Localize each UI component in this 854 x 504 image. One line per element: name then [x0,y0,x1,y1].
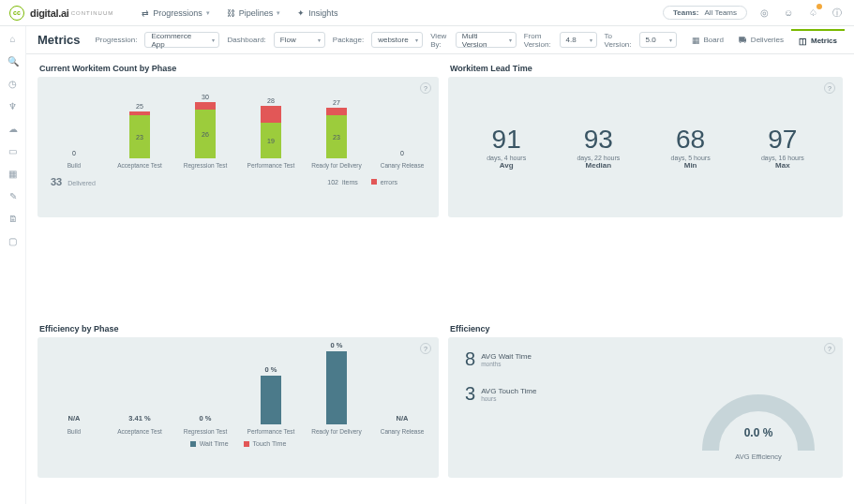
lead-sub: days, 4 hours [487,155,526,161]
lead-time-row: 91days, 4 hoursAvg93days, 22 hoursMedian… [461,94,830,200]
chevron-down-icon: ▾ [415,37,418,43]
eff-xlabel: Canary Release [381,428,425,435]
rail-grid-icon[interactable]: ▦ [7,167,20,180]
legend-errors: errors [371,179,397,185]
eff-column: N/ABuild [51,414,97,435]
bar-segment-errors [326,108,347,115]
workitem-count-block: Current Workitem Count by Phase ? 0Build… [37,64,439,217]
help-icon[interactable]: ? [824,343,835,354]
bar-stack: 23 [326,108,347,158]
tover-select[interactable]: 5.0▾ [639,32,677,48]
rail-key-icon[interactable]: ✎ [7,189,20,202]
bar-xlabel: Performance Test [247,162,295,169]
teams-value: All Teams [704,8,737,17]
info-icon[interactable]: ⓘ [830,6,845,21]
brand-name: digital.ai [30,7,69,19]
eff-xlabel: Build [67,428,81,435]
top-nav: ⇄ Progressions ▾ ⛓ Pipelines ▾ ✦ Insight… [142,8,337,18]
tab-board[interactable]: ▦ Board [684,29,731,52]
workitem-count-chart: 0Build2523Acceptance Test3026Regression … [51,90,426,169]
lead-time-title: Workitem Lead Time [450,64,843,73]
bar-column: 3026Regression Test [182,94,229,169]
nav-pipelines[interactable]: ⛓ Pipelines ▾ [227,8,281,18]
rail-doc-icon[interactable]: 🗎 [7,212,20,225]
bar-xlabel: Canary Release [381,162,425,169]
progression-select[interactable]: Ecommerce App▾ [144,32,219,48]
nav-progressions[interactable]: ⇄ Progressions ▾ [142,8,210,18]
teams-selector[interactable]: Teams: All Teams [663,6,747,20]
bell-icon[interactable]: ♤ [805,6,820,21]
bar-stack: 26 [195,102,216,158]
rail-box-icon[interactable]: ▭ [7,144,20,157]
rail-search-icon[interactable]: 🔍 [7,54,20,67]
tab-deliveries[interactable]: ⛟ Deliveries [731,29,791,52]
dashboard-select[interactable]: Flow▾ [274,32,325,48]
touch-swatch [244,441,249,447]
nav-insights[interactable]: ✦ Insights [297,8,337,18]
items-total: 102 [327,179,338,185]
wait-swatch [190,441,196,447]
rail-branch-icon[interactable]: ♆ [7,99,20,112]
user-icon[interactable]: ☺ [781,6,796,21]
brand-sub: CONTINUUM [71,10,114,16]
eff-xlabel: Regression Test [184,428,228,435]
errors-label: errors [381,179,397,185]
workitem-legend: 102 items errors [327,179,397,185]
help-icon[interactable]: ? [824,82,835,94]
eff-column: 0 %Regression Test [182,414,229,435]
bar-segment-items: 19 [261,123,281,158]
rail-cloud-icon[interactable]: ☁ [7,122,20,135]
rail-screen-icon[interactable]: ▢ [7,234,20,247]
help-icon[interactable]: ? [420,343,431,354]
items-label: items [342,179,358,185]
lead-label: Max [761,161,804,170]
progression-value: Ecommerce App [151,32,205,49]
tab-deliveries-label: Deliveries [751,36,784,44]
lead-stat: 68days, 5 hoursMin [671,125,711,170]
metrics-icon: ◫ [799,37,807,46]
bar-segment-items: 26 [195,110,216,158]
eff-value: 0 % [331,341,343,349]
bar-xlabel: Ready for Delivery [311,162,361,169]
viewby-select[interactable]: Multi Version▾ [456,32,517,48]
tover-value: 5.0 [646,36,656,44]
top-bar: cc digital.ai CONTINUUM ⇄ Progressions ▾… [0,0,854,26]
efficiency-card: ? 8 AVG Wait Time months 3 AVG Touch Tim… [448,337,843,478]
progressions-icon: ⇄ [142,8,149,18]
lead-sub: days, 22 hours [577,155,620,161]
viewby-value: Multi Version [462,32,502,49]
help-icon[interactable]: ◎ [757,6,772,21]
help-icon[interactable]: ? [420,82,431,94]
lead-sub: days, 5 hours [671,155,711,161]
bar-column: 2523Acceptance Test [116,103,163,169]
content-area: Metrics Progression: Ecommerce App▾ Dash… [26,26,854,504]
chevron-down-icon: ▾ [206,9,210,17]
eff-value: 3.41 % [128,414,150,422]
delivered-label: Delivered [67,180,96,186]
tab-metrics-label: Metrics [811,37,837,45]
nav-progressions-label: Progressions [153,8,202,18]
tab-metrics[interactable]: ◫ Metrics [791,29,845,52]
gauge-arc: 0.0 % [702,394,815,451]
chevron-down-icon: ▾ [590,37,592,43]
lead-label: Min [671,161,711,170]
wait-unit: months [481,361,532,367]
rail-clock-icon[interactable]: ◷ [7,77,20,90]
eff-value: N/A [68,414,81,422]
chevron-down-icon: ▾ [212,37,215,43]
cards-row-1: Current Workitem Count by Phase ? 0Build… [37,64,843,230]
package-value: webstore [378,36,408,44]
viewby-label: View By: [430,32,448,49]
eff-column: 0 %Performance Test [247,365,294,435]
workitem-count-footer: 33 Delivered 102 items errors [51,176,426,187]
efficiency-gauge: 0.0 % AVG Efficiency [702,394,815,461]
rail-home-icon[interactable]: ⌂ [7,32,20,45]
bar-column: 2819Performance Test [247,97,294,169]
chevron-down-icon: ▾ [318,37,321,43]
package-select[interactable]: webstore▾ [371,32,423,48]
insights-icon: ✦ [297,8,305,18]
cards-row-2: Efficiency by Phase ? N/ABuild3.41 %Acce… [37,324,843,491]
nav-pipelines-label: Pipelines [239,8,274,18]
fromver-select[interactable]: 4.8▾ [560,32,597,48]
nav-insights-label: Insights [308,8,337,18]
